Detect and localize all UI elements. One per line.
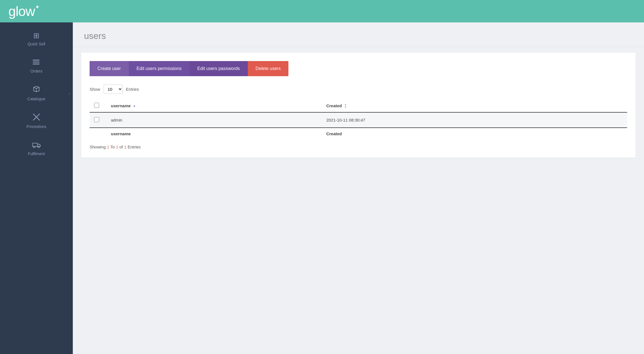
- svg-rect-5: [33, 64, 34, 64]
- create-user-button[interactable]: Create user: [90, 61, 129, 76]
- top-header: glow✦: [0, 0, 644, 22]
- show-label: Show: [90, 87, 100, 92]
- row-username-cell: admin: [106, 112, 322, 128]
- fulfilment-icon: [32, 141, 41, 150]
- main-content: users Create user Edit users permissions…: [73, 22, 644, 354]
- username-header-label: username: [111, 103, 131, 108]
- collapse-icon: ‹: [69, 91, 70, 96]
- edit-permissions-button[interactable]: Edit users permissions: [129, 61, 190, 76]
- sidebar-item-catalogue[interactable]: Catalogue ‹: [0, 80, 73, 107]
- sidebar-item-orders[interactable]: Orders: [0, 52, 73, 80]
- page-header: users: [73, 22, 644, 47]
- showing-suffix: Entries: [127, 145, 141, 149]
- edit-passwords-button[interactable]: Edit users passwords: [190, 61, 248, 76]
- row-checkbox[interactable]: [94, 117, 99, 122]
- sidebar-item-label: Orders: [31, 69, 43, 73]
- sidebar-item-label: Promotions: [27, 124, 46, 129]
- svg-rect-9: [32, 143, 38, 146]
- delete-users-button[interactable]: Delete users: [248, 61, 289, 76]
- catalogue-icon: [32, 86, 40, 95]
- entries-label: Entries: [126, 87, 139, 92]
- sort-neutral-icon: ▲▼: [344, 103, 347, 109]
- created-header-label: Created: [326, 103, 342, 108]
- logo: glow✦: [8, 4, 39, 19]
- svg-rect-4: [33, 62, 34, 62]
- action-buttons: Create user Edit users permissions Edit …: [90, 61, 627, 76]
- svg-point-10: [33, 146, 35, 148]
- showing-of-text: of: [118, 145, 124, 149]
- svg-rect-1: [33, 62, 39, 62]
- footer-checkbox-col: [90, 128, 106, 139]
- entries-select[interactable]: 10 25 50 100: [104, 85, 123, 94]
- sort-asc-icon: ▲: [133, 104, 136, 107]
- row-checkbox-cell: [90, 112, 106, 128]
- svg-rect-0: [33, 60, 39, 60]
- page-title: users: [84, 31, 633, 41]
- header-created-col[interactable]: Created ▲▼: [322, 99, 627, 112]
- sidebar-item-promotions[interactable]: Promotions: [0, 107, 73, 135]
- users-table: username ▲ Created ▲▼: [90, 99, 627, 139]
- header-checkbox-col: [90, 99, 106, 112]
- logo-star: ✦: [35, 4, 39, 10]
- showing-to-text: To: [109, 145, 116, 149]
- row-created-cell: 2021-10-11 08:30:47: [322, 112, 627, 128]
- footer-created-col: Created: [322, 128, 627, 139]
- show-entries: Show 10 25 50 100 Entries: [90, 85, 627, 94]
- showing-total: 1: [124, 145, 126, 149]
- quick-sell-icon: ⊞: [33, 31, 39, 40]
- sidebar-item-label: Catalogue: [27, 97, 45, 101]
- header-username-col[interactable]: username ▲: [106, 99, 322, 112]
- table-header: username ▲ Created ▲▼: [90, 99, 627, 112]
- sidebar-item-label: Quick Sell: [27, 42, 45, 46]
- table-row: admin 2021-10-11 08:30:47: [90, 112, 627, 128]
- svg-rect-2: [33, 64, 39, 64]
- showing-text: Showing 1 To 1 of 1 Entries: [90, 145, 627, 149]
- showing-from: 1: [107, 145, 109, 149]
- sidebar: ⊞ Quick Sell Orders: [0, 22, 73, 354]
- svg-point-11: [38, 146, 39, 148]
- svg-rect-3: [33, 60, 34, 60]
- table-footer: username Created: [90, 128, 627, 139]
- table-body: admin 2021-10-11 08:30:47: [90, 112, 627, 128]
- sidebar-item-quick-sell[interactable]: ⊞ Quick Sell: [0, 25, 73, 52]
- sidebar-item-label: Fulfilment: [28, 152, 45, 156]
- promotions-icon: [33, 113, 40, 123]
- showing-prefix: Showing: [90, 145, 107, 149]
- sidebar-item-fulfilment[interactable]: Fulfilment: [0, 135, 73, 162]
- footer-username-col: username: [106, 128, 322, 139]
- select-all-checkbox[interactable]: [94, 103, 99, 108]
- orders-icon: [33, 59, 40, 67]
- content-area: Create user Edit users permissions Edit …: [81, 53, 636, 158]
